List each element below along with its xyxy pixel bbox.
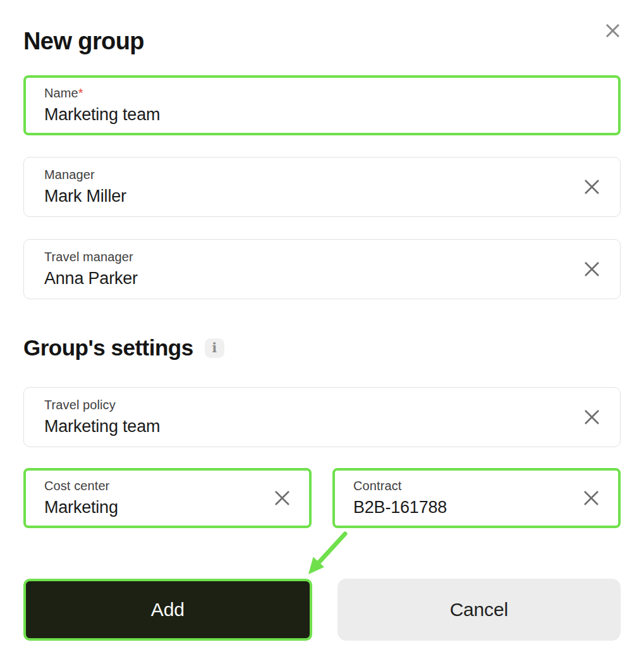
- contract-field-value: B2B-161788: [353, 497, 561, 517]
- close-button[interactable]: [602, 20, 623, 41]
- page-title: New group: [23, 27, 621, 56]
- clear-icon: [273, 489, 291, 507]
- manager-field[interactable]: Manager Mark Miller: [23, 157, 621, 217]
- travel-manager-clear-button[interactable]: [582, 260, 601, 279]
- travel-manager-field[interactable]: Travel manager Anna Parker: [23, 239, 621, 299]
- clear-icon: [582, 489, 600, 507]
- modal-actions: Add Cancel: [23, 579, 621, 641]
- manager-field-value: Mark Miller: [44, 186, 563, 206]
- clear-icon: [583, 408, 601, 426]
- travel-policy-field-value: Marketing team: [44, 416, 563, 436]
- cost-center-contract-row: Cost center Marketing Contract B2B-16178…: [23, 468, 621, 528]
- cost-center-field-label: Cost center: [44, 479, 252, 493]
- close-icon: [604, 22, 621, 39]
- manager-field-label: Manager: [44, 168, 563, 182]
- cancel-button[interactable]: Cancel: [337, 579, 621, 641]
- contract-field-label: Contract: [353, 479, 561, 493]
- contract-clear-button[interactable]: [581, 489, 600, 508]
- travel-manager-field-label: Travel manager: [44, 250, 563, 264]
- group-settings-heading: Group's settings i: [23, 334, 621, 362]
- section-title: Group's settings: [23, 334, 193, 362]
- travel-policy-clear-button[interactable]: [582, 408, 601, 427]
- cost-center-clear-button[interactable]: [272, 489, 291, 508]
- name-field[interactable]: Name* Marketing team: [23, 75, 621, 135]
- clear-icon: [583, 260, 601, 278]
- info-icon[interactable]: i: [205, 338, 224, 358]
- modal-header: New group: [23, 0, 621, 56]
- travel-manager-field-value: Anna Parker: [44, 268, 563, 288]
- travel-policy-field[interactable]: Travel policy Marketing team: [23, 387, 621, 447]
- required-asterisk: *: [78, 86, 83, 100]
- cost-center-field-value: Marketing: [44, 497, 252, 517]
- contract-field[interactable]: Contract B2B-161788: [332, 468, 621, 528]
- clear-icon: [583, 178, 601, 196]
- cost-center-field[interactable]: Cost center Marketing: [23, 468, 312, 528]
- add-button[interactable]: Add: [23, 579, 312, 641]
- name-field-value: Marketing team: [44, 104, 561, 125]
- travel-policy-field-label: Travel policy: [44, 398, 563, 412]
- manager-clear-button[interactable]: [582, 178, 601, 197]
- new-group-modal: New group Name* Marketing team Manager M…: [0, 0, 644, 666]
- name-field-label: Name*: [44, 86, 561, 100]
- annotation-arrow-icon: [278, 525, 354, 582]
- name-label-text: Name: [44, 86, 78, 100]
